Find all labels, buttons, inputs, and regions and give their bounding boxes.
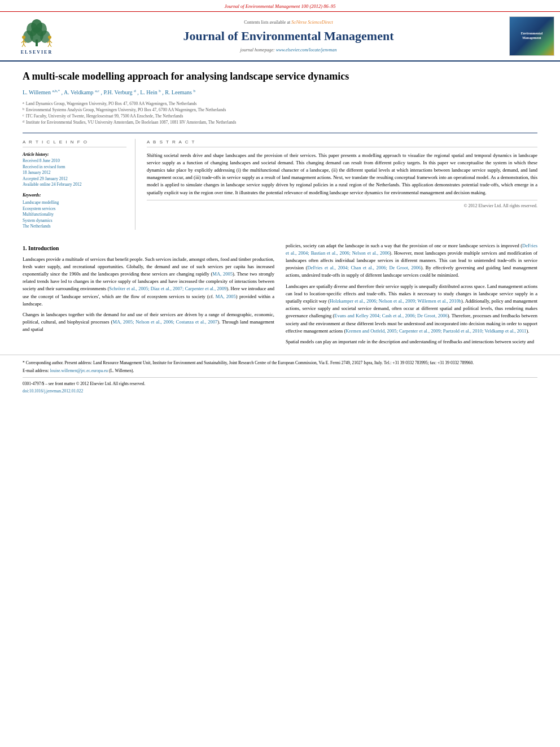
- article-title: A multi-scale modelling approach for ana…: [23, 70, 537, 83]
- intro-heading: 1. Introduction: [23, 244, 274, 252]
- journal-title: Journal of Environmental Management: [73, 28, 504, 45]
- accepted-date: Accepted 29 January 2012: [23, 176, 126, 182]
- footnote-star: * Corresponding author. Present address:…: [23, 360, 537, 366]
- page: Journal of Environmental Management 100 …: [0, 0, 560, 747]
- keywords-section: Keywords: Landscape modelling Ecosystem …: [23, 193, 126, 230]
- svg-line-17: [48, 44, 50, 47]
- svg-line-12: [24, 44, 25, 47]
- body-left-column: 1. Introduction Landscapes provide a mul…: [23, 242, 274, 349]
- affil-a: a Land Dynamics Group, Wageningen Univer…: [23, 101, 537, 107]
- svg-point-13: [48, 36, 51, 39]
- doi-line[interactable]: doi:10.1016/j.jenvman.2012.01.022: [23, 388, 537, 395]
- kw-multifunctionality: Multifunctionality: [23, 212, 126, 218]
- abstract-column: A B S T R A C T Shifting societal needs …: [147, 139, 537, 230]
- history-label: Article history:: [23, 152, 126, 158]
- right-para3: Spatial models can play an important rol…: [286, 338, 537, 346]
- right-para1: policies, society can adapt the landscap…: [286, 242, 537, 279]
- footnote-email: E-mail address: louise.willemen@jrc.ec.e…: [23, 368, 537, 374]
- intro-para1: Landscapes provide a multitude of servic…: [23, 256, 274, 308]
- svg-point-6: [31, 19, 42, 33]
- article-info-label: A R T I C L E I N F O: [23, 139, 126, 147]
- kw-ecosystem-services: Ecosystem services: [23, 206, 126, 212]
- affil-c: c ITC Faculty, University of Twente, Hen…: [23, 113, 537, 119]
- revised-label: Received in revised form: [23, 164, 126, 171]
- journal-homepage: journal homepage: www.elsevier.com/locat…: [73, 47, 504, 53]
- info-abstract-section: A R T I C L E I N F O Article history: R…: [23, 133, 537, 230]
- article-content: A multi-scale modelling approach for ana…: [0, 62, 560, 242]
- svg-line-11: [22, 44, 24, 47]
- email-link[interactable]: louise.willemen@jrc.ec.europa.eu: [50, 368, 108, 373]
- keywords-label: Keywords:: [23, 193, 126, 199]
- section-number: 1. Introduction: [23, 245, 59, 251]
- issn-line: 0301-4797/$ – see front matter © 2012 El…: [23, 381, 537, 387]
- journal-header-bar: Journal of Environmental Management 100 …: [0, 0, 560, 12]
- affiliations: a Land Dynamics Group, Wageningen Univer…: [23, 101, 537, 126]
- right-para2: Landscapes are spatially diverse and the…: [286, 283, 537, 335]
- journal-citation: Journal of Environmental Management 100 …: [224, 3, 335, 9]
- journal-thumbnail: EnvironmentalManagement: [509, 16, 554, 56]
- elsevier-logo: ELSEVIER: [17, 17, 56, 55]
- copyright: © 2012 Elsevier Ltd. All rights reserved…: [147, 200, 537, 209]
- svg-line-18: [50, 44, 51, 47]
- intro-para2: Changes in landscapes together with the …: [23, 311, 274, 334]
- main-body: 1. Introduction Landscapes provide a mul…: [0, 242, 560, 349]
- kw-netherlands: The Netherlands: [23, 224, 126, 230]
- authors-line: L. Willemen a,b,* , A. Veldkamp a,c , P.…: [23, 89, 537, 97]
- elsevier-tree-svg: [17, 17, 56, 48]
- received-date: Received 8 June 2010: [23, 158, 126, 164]
- svg-point-7: [22, 36, 25, 39]
- body-right-column: policies, society can adapt the landscap…: [286, 242, 537, 349]
- doi-area: 0301-4797/$ – see front matter © 2012 El…: [23, 377, 537, 395]
- author-willemen: L. Willemen: [23, 90, 52, 96]
- homepage-url[interactable]: www.elsevier.com/locate/jenvman: [276, 47, 337, 53]
- affil-b: b Environmental Systems Analysis Group, …: [23, 107, 537, 113]
- elsevier-text: ELSEVIER: [21, 49, 53, 55]
- abstract-text: Shifting societal needs drive and shape …: [147, 152, 537, 196]
- affil-d: d Institute for Environmental Studies, V…: [23, 119, 537, 125]
- article-info-column: A R T I C L E I N F O Article history: R…: [23, 139, 135, 230]
- sciverse-link[interactable]: SciVerse ScienceDirect: [291, 20, 333, 25]
- elsevier-logo-area: ELSEVIER: [6, 17, 68, 55]
- journal-banner: ELSEVIER Contents lists available at Sci…: [0, 12, 560, 62]
- abstract-label: A B S T R A C T: [147, 139, 537, 147]
- available-date: Available online 24 February 2012: [23, 182, 126, 188]
- kw-system-dynamics: System dynamics: [23, 218, 126, 224]
- revised-date: 18 January 2012: [23, 170, 126, 176]
- banner-center: Contents lists available at SciVerse Sci…: [73, 19, 504, 53]
- kw-landscape-modelling: Landscape modelling: [23, 200, 126, 206]
- article-history: Article history: Received 8 June 2010 Re…: [23, 152, 126, 188]
- footnote-area: * Corresponding author. Present address:…: [0, 355, 560, 394]
- sciverse-line: Contents lists available at SciVerse Sci…: [73, 19, 504, 25]
